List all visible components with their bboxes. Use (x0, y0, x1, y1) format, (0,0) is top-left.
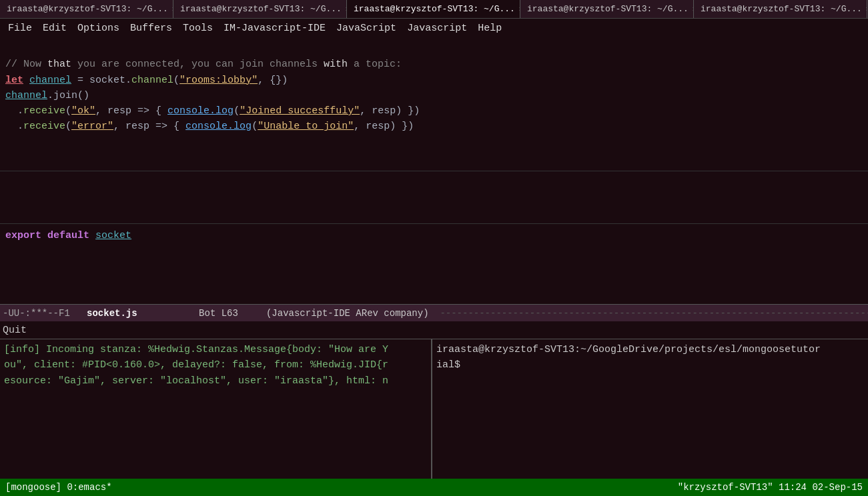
menu-tools[interactable]: Tools (177, 21, 218, 35)
code-blank2 (5, 243, 863, 259)
bottom-status-bar: [mongoose] 0:emacs* "krzysztof-SVT13" 11… (0, 479, 868, 496)
status-mode-info: (Javascript-IDE ARev company) (266, 308, 429, 319)
code-line-export: export default socket (5, 228, 863, 243)
tab-2-label: iraasta@krzysztof-SVT13: ~/G... (180, 4, 342, 14)
status-filename: socket.js (87, 308, 137, 319)
bottom-left-line3: esource: "Gajim", server: "localhost", u… (4, 373, 427, 389)
menu-bar: File Edit Options Buffers Tools IM-Javas… (0, 19, 868, 37)
code-blank3 (5, 259, 863, 275)
menu-file[interactable]: File (3, 21, 37, 35)
bottom-status-left: [mongoose] 0:emacs* (5, 482, 678, 493)
status-dashes: ----------------------------------------… (440, 308, 868, 319)
status-bar: -UU-:***--F1 socket.js Bot L63 (Javascri… (0, 304, 868, 321)
editor-divider (0, 171, 868, 224)
bottom-status-right: "krzysztof-SVT13" 11:24 02-Sep-15 (678, 482, 863, 493)
editor-area2[interactable]: export default socket (0, 224, 868, 304)
code-blank4 (5, 275, 863, 290)
bottom-left-line2: ou", client: #PID<0.160.0>, delayed?: fa… (4, 357, 427, 373)
menu-javascript[interactable]: JavaScript (331, 21, 402, 35)
tab-5-label: iraasta@krzysztof-SVT13: ~/G... (701, 4, 862, 14)
bottom-right-line2: ial$ (436, 357, 864, 373)
bottom-right-panel[interactable]: iraasta@krzysztof-SVT13:~/GoogleDrive/pr… (432, 339, 868, 479)
tab-4-label: iraasta@krzysztof-SVT13: ~/G... (527, 4, 689, 14)
tab-bar: iraasta@krzysztof-SVT13: ~/G... ✕ iraast… (0, 0, 868, 19)
bottom-left-panel[interactable]: [info] Incoming stanza: %Hedwig.Stanzas.… (0, 339, 432, 479)
editor-area[interactable]: // Now that you are connected, you can j… (0, 37, 868, 171)
tab-1[interactable]: iraasta@krzysztof-SVT13: ~/G... ✕ (0, 0, 173, 18)
bottom-left-line1: [info] Incoming stanza: %Hedwig.Stanzas.… (4, 342, 427, 357)
tab-5[interactable]: iraasta@krzysztof-SVT13: ~/G... ✕ (694, 0, 867, 18)
menu-im-javascript-ide[interactable]: IM-Javascript-IDE (218, 21, 331, 35)
menu-buffers[interactable]: Buffers (125, 21, 177, 35)
tab-3-label: iraasta@krzysztof-SVT13: ~/G... (354, 4, 515, 14)
tab-5-close[interactable]: ✕ (866, 4, 867, 14)
menu-javascript2[interactable]: Javascript (402, 21, 472, 35)
code-line-let: let channel = socket.channel("rooms:lobb… (5, 73, 863, 88)
mini-buffer-text: Quit (3, 325, 27, 336)
code-line-receive-ok: .receive("ok", resp => { console.log("Jo… (5, 103, 863, 119)
tab-4[interactable]: iraasta@krzysztof-SVT13: ~/G... ✕ (520, 0, 694, 18)
menu-edit[interactable]: Edit (37, 21, 72, 35)
tab-3[interactable]: iraasta@krzysztof-SVT13: ~/G... ✕ (347, 0, 520, 18)
code-line-comment: // Now that you are connected, you can j… (5, 57, 863, 72)
menu-options[interactable]: Options (72, 21, 125, 35)
code-line-receive-error: .receive("error", resp => { console.log(… (5, 119, 863, 134)
bottom-right-line1: iraasta@krzysztof-SVT13:~/GoogleDrive/pr… (436, 342, 864, 357)
code-line-join: channel.join() (5, 88, 863, 103)
mini-buffer: Quit (0, 321, 868, 339)
code-line-blank1 (5, 41, 863, 57)
status-mode: -UU-:***--F1 (3, 308, 70, 319)
status-left: -UU-:***--F1 socket.js Bot L63 (Javascri… (3, 308, 868, 319)
status-bot: Bot L63 (199, 308, 238, 319)
menu-help[interactable]: Help (472, 21, 507, 35)
tab-2[interactable]: iraasta@krzysztof-SVT13: ~/G... ✕ (173, 0, 347, 18)
tab-1-label: iraasta@krzysztof-SVT13: ~/G... (7, 4, 168, 14)
bottom-split: [info] Incoming stanza: %Hedwig.Stanzas.… (0, 339, 868, 479)
